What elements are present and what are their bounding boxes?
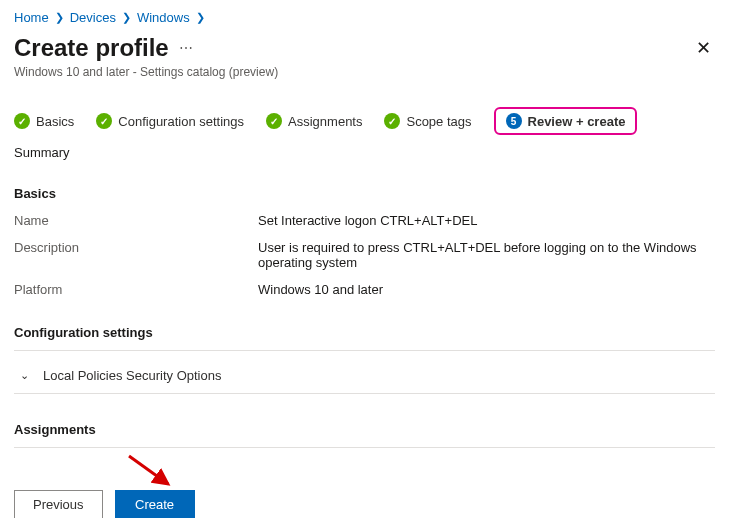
breadcrumb: Home ❯ Devices ❯ Windows ❯ <box>14 10 715 25</box>
summary-heading: Summary <box>14 145 715 160</box>
chevron-right-icon: ❯ <box>122 11 131 24</box>
field-value: Set Interactive logon CTRL+ALT+DEL <box>258 213 715 228</box>
breadcrumb-windows[interactable]: Windows <box>137 10 190 25</box>
expander-label: Local Policies Security Options <box>43 368 221 383</box>
check-icon: ✓ <box>384 113 400 129</box>
annotation-arrow <box>14 454 715 486</box>
field-value: User is required to press CTRL+ALT+DEL b… <box>258 240 715 270</box>
create-button[interactable]: Create <box>115 490 195 518</box>
step-label: Review + create <box>528 114 626 129</box>
chevron-right-icon: ❯ <box>196 11 205 24</box>
chevron-right-icon: ❯ <box>55 11 64 24</box>
field-name: Name Set Interactive logon CTRL+ALT+DEL <box>14 213 715 228</box>
step-label: Basics <box>36 114 74 129</box>
step-number-icon: 5 <box>506 113 522 129</box>
basics-heading: Basics <box>14 186 715 201</box>
step-basics[interactable]: ✓ Basics <box>14 113 74 129</box>
check-icon: ✓ <box>96 113 112 129</box>
step-configuration-settings[interactable]: ✓ Configuration settings <box>96 113 244 129</box>
step-label: Configuration settings <box>118 114 244 129</box>
step-label: Scope tags <box>406 114 471 129</box>
breadcrumb-home[interactable]: Home <box>14 10 49 25</box>
wizard-steps: ✓ Basics ✓ Configuration settings ✓ Assi… <box>14 107 715 135</box>
page-subtitle: Windows 10 and later - Settings catalog … <box>14 65 715 79</box>
divider <box>14 350 715 351</box>
configuration-settings-heading: Configuration settings <box>14 325 715 340</box>
field-platform: Platform Windows 10 and later <box>14 282 715 297</box>
more-icon[interactable]: ⋯ <box>179 40 195 56</box>
divider <box>14 447 715 448</box>
button-bar: Previous Create <box>14 490 715 518</box>
close-icon[interactable]: ✕ <box>692 33 715 63</box>
step-label: Assignments <box>288 114 362 129</box>
breadcrumb-devices[interactable]: Devices <box>70 10 116 25</box>
page-title: Create profile <box>14 34 169 62</box>
step-review-create[interactable]: 5 Review + create <box>494 107 638 135</box>
field-label: Description <box>14 240 258 270</box>
chevron-down-icon: ⌄ <box>20 369 29 382</box>
previous-button[interactable]: Previous <box>14 490 103 518</box>
field-label: Name <box>14 213 258 228</box>
field-description: Description User is required to press CT… <box>14 240 715 270</box>
step-assignments[interactable]: ✓ Assignments <box>266 113 362 129</box>
check-icon: ✓ <box>14 113 30 129</box>
check-icon: ✓ <box>266 113 282 129</box>
assignments-heading: Assignments <box>14 422 715 437</box>
config-expander-local-policies[interactable]: ⌄ Local Policies Security Options <box>14 358 715 394</box>
step-scope-tags[interactable]: ✓ Scope tags <box>384 113 471 129</box>
svg-line-0 <box>129 456 168 484</box>
arrow-icon <box>124 452 184 492</box>
field-value: Windows 10 and later <box>258 282 715 297</box>
field-label: Platform <box>14 282 258 297</box>
